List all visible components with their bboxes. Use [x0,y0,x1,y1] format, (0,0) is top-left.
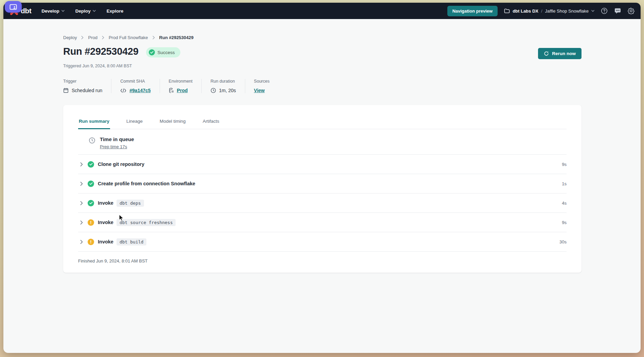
help-icon[interactable] [601,7,608,14]
meta-label: Environment [169,79,193,84]
step-name: Clone git repository [98,162,144,167]
tab-bar: Run summary Lineage Model timing Artifac… [78,105,567,129]
expand-chevron-icon[interactable] [80,162,83,167]
step-name: Create profile from connection Snowflake [98,181,195,186]
step-status-icon [88,161,94,168]
nav-item-develop[interactable]: Develop [41,8,65,14]
account-project-switcher[interactable]: dbt Labs DX / Jaffle Shop Snowflake [504,8,594,14]
time-in-queue-row: Time in queue Prep time 17s [78,129,567,155]
breadcrumb-run: Run #292530429 [159,35,194,40]
step-name: Invoke [98,200,113,206]
environment-link[interactable]: Prod [177,88,188,93]
step-duration: 1s [562,181,567,186]
step-row-dbt-build[interactable]: ! Invoke dbt build 30s [78,232,567,252]
success-check-icon [149,49,155,55]
breadcrumb-prod[interactable]: Prod [88,35,97,40]
prep-time-link[interactable]: Prep time 17s [100,144,134,149]
chevron-right-icon [153,36,155,39]
clock-icon [211,88,216,93]
tab-lineage[interactable]: Lineage [126,114,143,129]
account-name: dbt Labs DX [513,8,538,14]
breadcrumb-deploy[interactable]: Deploy [63,35,77,40]
meta-label: Trigger [63,79,102,84]
navigation-preview-button[interactable]: Navigation preview [447,6,498,16]
step-command: dbt source freshness [117,219,176,226]
meta-run-duration: Run duration 1m, 20s [211,79,236,93]
step-row-dbt-deps[interactable]: Invoke dbt deps 4s [78,193,567,213]
step-row-clone-git[interactable]: Clone git repository 9s [78,155,567,174]
clock-outline-icon [89,137,95,144]
divider [111,79,111,93]
main-content: Deploy Prod Prod Full Snowflake Run #292… [3,19,641,273]
step-command: dbt build [117,238,146,245]
divider [160,79,160,93]
folder-icon [504,8,510,13]
triggered-timestamp: Triggered Jun 9, 2024, 8:00 AM BST [63,64,582,68]
navbar-right: Navigation preview dbt Labs DX / Jaffle … [447,6,634,16]
meta-label: Sources [254,79,270,84]
step-row-source-freshness[interactable]: ! Invoke dbt source freshness 9s [78,213,567,232]
step-status-icon [88,200,94,206]
commit-sha-link[interactable]: #9a147c5 [129,88,150,93]
trigger-value: Scheduled run [72,88,102,93]
step-duration: 30s [559,239,567,244]
chevron-right-icon [81,36,84,39]
rerun-label: Rerun now [552,51,576,56]
step-duration: 9s [562,220,567,225]
finished-timestamp: Finished Jun 9, 2024, 8:01 AM BST [78,252,567,273]
meta-label: Run duration [211,79,236,84]
run-summary-card: Run summary Lineage Model timing Artifac… [63,105,582,273]
step-warning-icon: ! [88,219,94,226]
rerun-now-button[interactable]: Rerun now [538,48,582,59]
screen-share-badge[interactable] [5,1,22,13]
expand-chevron-icon[interactable] [80,220,83,225]
breadcrumb-slash: / [541,8,542,14]
nav-develop-label: Develop [41,8,59,14]
divider [245,79,245,93]
expand-chevron-icon[interactable] [80,182,83,186]
logo-wordmark: dbt [21,7,31,15]
project-name: Jaffle Shop Snowflake [545,8,589,14]
sources-view-link[interactable]: View [254,88,265,93]
tab-model-timing[interactable]: Model timing [159,114,186,129]
tab-artifacts[interactable]: Artifacts [202,114,220,129]
breadcrumb-job[interactable]: Prod Full Snowflake [109,35,148,40]
run-meta-row: Trigger Scheduled run Commit SHA [63,79,582,93]
nav-deploy-label: Deploy [75,8,91,14]
nav-item-explore[interactable]: Explore [107,8,124,14]
expand-chevron-icon[interactable] [80,240,83,244]
tab-run-summary[interactable]: Run summary [78,114,110,129]
step-warning-icon: ! [88,239,94,245]
feedback-icon[interactable] [614,8,621,14]
nav-item-deploy[interactable]: Deploy [75,8,96,14]
rerun-icon [544,51,549,56]
step-command: dbt deps [117,200,144,207]
divider [201,79,202,93]
top-navbar: dbt Develop Deploy Explore Navigation pr… [3,3,641,19]
settings-gear-icon[interactable] [628,7,634,14]
step-status-icon [88,181,94,187]
chevron-down-icon [591,10,594,12]
nav-explore-label: Explore [107,8,124,14]
step-row-create-profile[interactable]: Create profile from connection Snowflake… [78,174,567,193]
run-duration-value: 1m, 20s [219,88,236,93]
app-window: dbt Develop Deploy Explore Navigation pr… [3,3,641,353]
title-row: Run #292530429 Success Rerun now [63,46,582,59]
screen-share-icon [10,4,17,10]
step-name: Invoke [98,220,113,225]
page-title: Run #292530429 [63,46,139,57]
expand-chevron-icon[interactable] [80,201,83,205]
status-label: Success [158,50,175,55]
chevron-down-icon [93,10,96,12]
meta-commit-sha: Commit SHA #9a147c5 [120,79,150,93]
environment-icon [169,88,174,93]
meta-label: Commit SHA [120,79,150,84]
step-name: Invoke [98,239,113,244]
calendar-icon [63,88,69,93]
code-icon [120,88,126,93]
status-badge: Success [146,47,180,57]
meta-trigger: Trigger Scheduled run [63,79,102,93]
chevron-right-icon [102,36,104,39]
chevron-down-icon [61,10,65,12]
meta-sources: Sources View [254,79,270,93]
